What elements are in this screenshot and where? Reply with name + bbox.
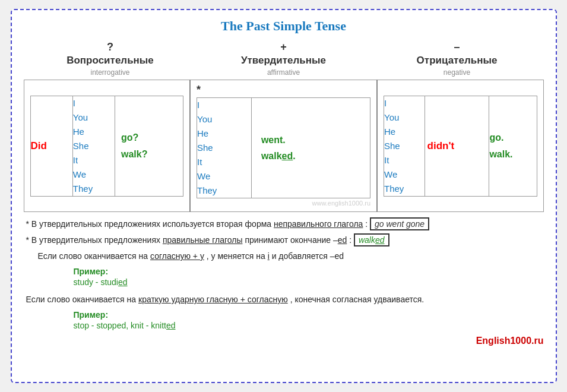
question-verbs: go?walk? — [121, 132, 147, 159]
negative-pronouns: IYouHeSheItWeThey — [384, 98, 404, 194]
example2-label: Пример: — [74, 310, 109, 320]
rule1-underline: согласную + y — [150, 251, 204, 261]
note1-star: * — [26, 219, 29, 229]
negative-header: – Отрицательные negative — [370, 41, 544, 77]
question-sublabel: interrogative — [90, 68, 129, 77]
rule1-line: Если слово оканчивается на согласную + y… — [38, 250, 541, 263]
brand-text: English1000.ru — [476, 336, 544, 346]
negative-cell: IYouHeSheItWeThey didn't go.walk. — [377, 80, 543, 212]
brand-section: English1000.ru — [24, 336, 544, 346]
example2-block: Пример: stop - stopped, knit - knitted — [74, 309, 541, 331]
rule2-line: Если слово оканчивается на краткую ударн… — [26, 293, 541, 306]
example1-block: Пример: study - studied — [74, 266, 541, 287]
negative-sublabel: negative — [444, 68, 470, 77]
rule2-prefix: Если слово оканчивается на — [26, 295, 139, 304]
note2-text-before: В утвердительных предложениях — [31, 235, 163, 245]
didnt-aux: didn't — [427, 140, 455, 151]
question-header: ? Вопросительные interrogative — [24, 41, 197, 77]
positive-cell: * IYouHeSheItWeThey went. walked. — [190, 80, 377, 212]
question-pronouns: IYouHeSheItWeThey — [73, 98, 93, 194]
example1-label: Пример: — [74, 267, 109, 276]
note1-text-before: В утвердительных предложениях использует… — [31, 219, 274, 229]
example2-text: stop - stopped, knit - knitted — [74, 321, 176, 330]
note2-star: * — [26, 235, 29, 245]
note1-colon: : — [365, 219, 370, 229]
notes-section: * В утвердительных предложениях использу… — [24, 218, 544, 331]
tense-table: Did IYouHeSheItWeThey go?walk? * — [24, 80, 544, 212]
positive-pronouns: IYouHeSheItWeThey — [197, 100, 217, 195]
rule1-i: i — [268, 251, 270, 261]
note1-underline: неправильного глагола — [274, 219, 363, 229]
note1-box: go went gone — [370, 217, 429, 230]
question-label: Вопросительные — [66, 55, 154, 66]
note2-box: walked — [354, 233, 389, 246]
note2-middle: принимают окончание – — [245, 235, 337, 245]
column-headers: ? Вопросительные interrogative + Утверди… — [24, 41, 544, 77]
main-card: The Past Simple Tense ? Вопросительные i… — [11, 9, 557, 383]
note2-underline: правильные глаголы — [163, 235, 243, 245]
note-1: * В утвердительных предложениях использу… — [26, 218, 541, 230]
positive-sublabel: affirmative — [267, 68, 300, 77]
negative-symbol: – — [370, 41, 544, 53]
positive-symbol: + — [197, 41, 370, 53]
positive-label: Утвердительные — [241, 55, 326, 66]
rule1-middle: меняется на — [217, 251, 267, 261]
rule2-end: , конечная согласная удваивается. — [290, 295, 425, 304]
watermark-text: www.english1000.ru — [197, 200, 370, 207]
negative-label: Отрицательные — [417, 55, 498, 66]
did-aux: Did — [31, 140, 47, 151]
rule1-end: и добавляется –ed — [272, 251, 344, 261]
negative-verbs: go.walk. — [489, 132, 512, 159]
positive-verbs: went. walked. — [261, 135, 296, 161]
note2-colon: : — [349, 235, 354, 245]
rule1-prefix: Если слово оканчивается на — [38, 251, 151, 261]
page-title: The Past Simple Tense — [24, 18, 544, 34]
rule1-comma: , y — [207, 251, 216, 261]
question-cell: Did IYouHeSheItWeThey go?walk? — [24, 80, 190, 212]
example1-text: study - studied — [74, 277, 128, 287]
note-2: * В утвердительных предложениях правильн… — [26, 234, 541, 246]
star-marker: * — [197, 84, 370, 96]
note2-ed: ed — [338, 235, 347, 245]
question-symbol: ? — [24, 41, 197, 53]
rule2-underline: краткую ударную гласную + согласную — [138, 295, 288, 304]
positive-header: + Утвердительные affirmative — [197, 41, 370, 77]
